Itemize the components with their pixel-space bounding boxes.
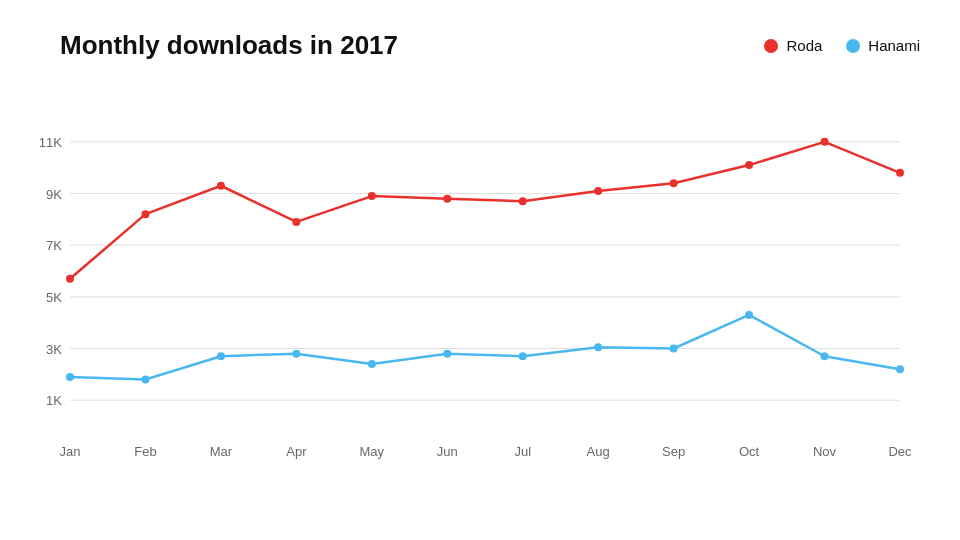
svg-point-37: [141, 376, 149, 384]
svg-point-44: [670, 345, 678, 353]
svg-point-35: [896, 169, 904, 177]
chart-svg: 11K9K7K5K3K1KJanFebMarAprMayJunJulAugSep…: [60, 91, 920, 491]
legend: Roda Hanami: [764, 37, 920, 54]
svg-text:Feb: Feb: [134, 444, 156, 459]
svg-point-46: [821, 352, 829, 360]
chart-header: Monthly downloads in 2017 Roda Hanami: [60, 30, 920, 61]
svg-text:5K: 5K: [46, 290, 62, 305]
svg-point-41: [443, 350, 451, 358]
svg-point-32: [670, 179, 678, 187]
svg-point-47: [896, 365, 904, 373]
svg-text:May: May: [360, 444, 385, 459]
chart-title: Monthly downloads in 2017: [60, 30, 398, 61]
svg-text:Apr: Apr: [286, 444, 307, 459]
legend-roda: Roda: [764, 37, 822, 54]
svg-point-29: [443, 195, 451, 203]
svg-text:Dec: Dec: [888, 444, 912, 459]
svg-point-26: [217, 182, 225, 190]
svg-point-31: [594, 187, 602, 195]
svg-text:1K: 1K: [46, 393, 62, 408]
roda-label: Roda: [786, 37, 822, 54]
svg-point-38: [217, 352, 225, 360]
svg-point-30: [519, 197, 527, 205]
svg-point-25: [141, 210, 149, 218]
svg-point-34: [821, 138, 829, 146]
svg-text:Aug: Aug: [587, 444, 610, 459]
svg-text:Jun: Jun: [437, 444, 458, 459]
roda-dot: [764, 39, 778, 53]
svg-point-28: [368, 192, 376, 200]
svg-point-39: [292, 350, 300, 358]
legend-hanami: Hanami: [846, 37, 920, 54]
svg-text:Nov: Nov: [813, 444, 837, 459]
chart-area: 11K9K7K5K3K1KJanFebMarAprMayJunJulAugSep…: [60, 91, 920, 491]
svg-point-36: [66, 373, 74, 381]
svg-point-33: [745, 161, 753, 169]
svg-point-42: [519, 352, 527, 360]
chart-container: Monthly downloads in 2017 Roda Hanami 11…: [0, 0, 960, 540]
svg-text:Jul: Jul: [514, 444, 531, 459]
svg-point-45: [745, 311, 753, 319]
hanami-dot: [846, 39, 860, 53]
svg-text:Sep: Sep: [662, 444, 685, 459]
svg-text:Jan: Jan: [60, 444, 81, 459]
svg-text:11K: 11K: [39, 135, 62, 150]
hanami-label: Hanami: [868, 37, 920, 54]
svg-text:Oct: Oct: [739, 444, 760, 459]
svg-text:9K: 9K: [46, 187, 62, 202]
svg-text:3K: 3K: [46, 342, 62, 357]
svg-point-27: [292, 218, 300, 226]
svg-point-24: [66, 275, 74, 283]
svg-text:Mar: Mar: [210, 444, 233, 459]
svg-point-40: [368, 360, 376, 368]
svg-text:7K: 7K: [46, 238, 62, 253]
svg-point-43: [594, 343, 602, 351]
